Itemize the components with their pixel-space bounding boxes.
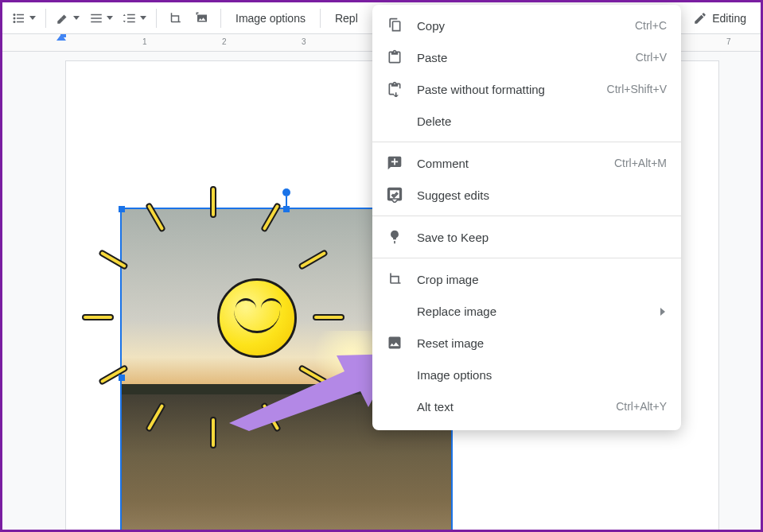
menu-item-label: Image options (417, 368, 667, 382)
menu-separator (372, 142, 681, 142)
bulleted-list-button[interactable] (9, 6, 39, 30)
menu-item-label: Copy (417, 19, 621, 33)
reset-image-button[interactable] (190, 6, 214, 30)
menu-item-copy[interactable]: Copy Ctrl+C (372, 10, 681, 41)
cartoon-sun-graphic (173, 235, 341, 402)
resize-handle[interactable] (283, 206, 290, 212)
menu-item-label: Alt text (417, 400, 601, 414)
svg-rect-8 (91, 21, 102, 22)
menu-item-label: Replace image (417, 305, 644, 318)
blank-icon (387, 398, 403, 414)
menu-item-shortcut: Ctrl+V (636, 51, 667, 64)
comment-icon (387, 155, 403, 171)
rotate-handle-line (286, 196, 287, 206)
ruler-tick-label: 3 (302, 37, 306, 46)
suggest-edits-icon (387, 187, 403, 203)
menu-item-shortcut: Ctrl+Shift+V (607, 83, 667, 95)
toolbar-separator (45, 9, 46, 28)
svg-rect-3 (17, 17, 24, 19)
menu-item-replace-image[interactable]: Replace image (372, 295, 681, 327)
image-options-button[interactable]: Image options (228, 6, 313, 30)
menu-item-delete[interactable]: Delete (372, 105, 681, 137)
svg-rect-7 (91, 17, 102, 19)
menu-item-shortcut: Ctrl+Alt+M (614, 157, 667, 169)
paste-plain-icon (387, 81, 403, 97)
blank-icon (387, 113, 403, 129)
menu-item-paste-without-formatting[interactable]: Paste without formatting Ctrl+Shift+V (372, 73, 681, 105)
crop-button[interactable] (163, 6, 187, 30)
blank-icon (387, 303, 403, 319)
paste-icon (387, 49, 403, 65)
menu-item-label: Crop image (417, 273, 667, 286)
toolbar-separator (320, 9, 321, 28)
menu-separator (372, 258, 681, 258)
menu-item-label: Paste without formatting (417, 83, 593, 96)
svg-rect-9 (127, 14, 135, 15)
toolbar-separator (156, 9, 157, 28)
svg-rect-6 (91, 14, 102, 15)
menu-item-crop-image[interactable]: Crop image (372, 263, 681, 295)
editing-mode-button[interactable]: Editing (685, 6, 754, 30)
svg-rect-11 (127, 21, 135, 22)
menu-item-alt-text[interactable]: Alt text Ctrl+Alt+Y (372, 390, 681, 422)
toolbar-separator (220, 9, 221, 28)
line-spacing-button[interactable] (119, 6, 150, 30)
svg-rect-1 (17, 14, 24, 15)
ruler-tick-label: 7 (726, 37, 731, 46)
ruler-tick-label: 2 (222, 37, 227, 46)
highlight-color-button[interactable] (53, 6, 83, 30)
menu-item-image-options[interactable]: Image options (372, 359, 681, 390)
keep-icon (387, 229, 403, 245)
align-button[interactable] (86, 6, 116, 30)
context-menu: Copy Ctrl+C Paste Ctrl+V Paste without f… (372, 5, 681, 430)
menu-item-label: Comment (417, 157, 600, 170)
resize-handle[interactable] (119, 375, 125, 381)
menu-separator (372, 216, 681, 216)
menu-item-label: Suggest edits (417, 188, 667, 202)
reset-image-icon (387, 335, 403, 351)
menu-item-label: Save to Keep (417, 231, 667, 244)
submenu-arrow-icon (659, 305, 667, 318)
ruler-tick-label: 1 (142, 37, 147, 46)
svg-point-0 (14, 14, 16, 16)
menu-item-save-to-keep[interactable]: Save to Keep (372, 221, 681, 253)
crop-icon (387, 271, 403, 287)
menu-item-suggest-edits[interactable]: Suggest edits (372, 179, 681, 211)
blank-icon (387, 367, 403, 382)
menu-item-label: Reset image (417, 336, 667, 350)
editing-mode-label: Editing (712, 12, 746, 25)
menu-item-shortcut: Ctrl+Alt+Y (616, 400, 667, 413)
menu-item-comment[interactable]: Comment Ctrl+Alt+M (372, 147, 681, 179)
svg-rect-5 (17, 21, 24, 22)
menu-item-label: Delete (417, 115, 667, 128)
replace-image-button[interactable]: Replace image (327, 6, 357, 30)
rotate-handle[interactable] (282, 188, 290, 196)
svg-point-2 (14, 17, 16, 19)
resize-handle[interactable] (119, 206, 125, 212)
menu-item-paste[interactable]: Paste Ctrl+V (372, 41, 681, 73)
pencil-icon (693, 11, 707, 25)
menu-item-shortcut: Ctrl+C (635, 19, 667, 32)
menu-item-label: Paste (417, 51, 621, 64)
menu-item-reset-image[interactable]: Reset image (372, 327, 681, 359)
copy-icon (387, 17, 403, 33)
svg-rect-10 (127, 17, 135, 19)
svg-point-4 (14, 21, 16, 23)
